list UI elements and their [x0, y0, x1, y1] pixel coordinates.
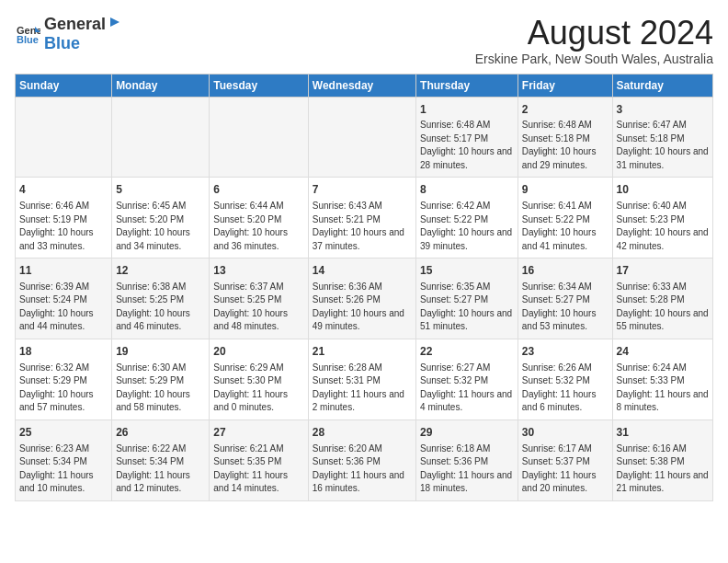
day-number: 12 — [116, 263, 205, 279]
cell-content: Sunrise: 6:29 AMSunset: 5:30 PMDaylight:… — [213, 362, 303, 415]
calendar-cell-19: 16Sunrise: 6:34 AMSunset: 5:27 PMDayligh… — [518, 259, 612, 339]
cell-content: Sunrise: 6:42 AMSunset: 5:22 PMDaylight:… — [420, 200, 514, 253]
calendar-table: SundayMondayTuesdayWednesdayThursdayFrid… — [15, 74, 713, 501]
cell-content: Sunrise: 6:37 AMSunset: 5:25 PMDaylight:… — [213, 281, 303, 334]
calendar-cell-11: 8Sunrise: 6:42 AMSunset: 5:22 PMDaylight… — [416, 178, 518, 259]
week-row-3: 11Sunrise: 6:39 AMSunset: 5:24 PMDayligh… — [16, 259, 713, 339]
calendar-cell-23: 20Sunrise: 6:29 AMSunset: 5:30 PMDayligh… — [210, 339, 308, 419]
cell-content: Sunrise: 6:32 AMSunset: 5:29 PMDaylight:… — [19, 362, 108, 415]
day-number: 31 — [617, 425, 709, 441]
day-number: 30 — [522, 425, 609, 441]
logo-text-general: General — [44, 15, 106, 34]
calendar-cell-16: 13Sunrise: 6:37 AMSunset: 5:25 PMDayligh… — [210, 259, 308, 339]
week-row-1: 1Sunrise: 6:48 AMSunset: 5:17 PMDaylight… — [16, 97, 713, 178]
calendar-cell-31: 28Sunrise: 6:20 AMSunset: 5:36 PMDayligh… — [308, 419, 415, 500]
cell-content: Sunrise: 6:45 AMSunset: 5:20 PMDaylight:… — [116, 200, 205, 253]
day-number: 9 — [522, 182, 609, 198]
week-row-5: 25Sunrise: 6:23 AMSunset: 5:34 PMDayligh… — [16, 419, 713, 500]
svg-text:Blue: Blue — [17, 34, 39, 45]
day-number: 23 — [522, 344, 609, 360]
calendar-cell-20: 17Sunrise: 6:33 AMSunset: 5:28 PMDayligh… — [612, 259, 712, 339]
cell-content: Sunrise: 6:20 AMSunset: 5:36 PMDaylight:… — [313, 442, 412, 496]
col-header-saturday: Saturday — [612, 74, 712, 97]
calendar-cell-12: 9Sunrise: 6:41 AMSunset: 5:22 PMDaylight… — [518, 178, 612, 259]
day-number: 8 — [420, 182, 514, 198]
header-row: SundayMondayTuesdayWednesdayThursdayFrid… — [16, 74, 713, 97]
calendar-cell-34: 31Sunrise: 6:16 AMSunset: 5:38 PMDayligh… — [612, 419, 712, 500]
day-number: 26 — [116, 425, 205, 441]
logo: General Blue General Blue — [15, 15, 122, 53]
cell-content: Sunrise: 6:47 AMSunset: 5:18 PMDaylight:… — [617, 119, 709, 172]
calendar-cell-22: 19Sunrise: 6:30 AMSunset: 5:29 PMDayligh… — [112, 339, 210, 419]
col-header-monday: Monday — [112, 74, 210, 97]
cell-content: Sunrise: 6:36 AMSunset: 5:26 PMDaylight:… — [313, 281, 412, 334]
cell-content: Sunrise: 6:41 AMSunset: 5:22 PMDaylight:… — [522, 200, 609, 253]
cell-content: Sunrise: 6:24 AMSunset: 5:33 PMDaylight:… — [617, 362, 709, 415]
col-header-sunday: Sunday — [16, 74, 112, 97]
day-number: 22 — [420, 344, 514, 360]
day-number: 6 — [213, 182, 303, 198]
title-area: August 2024 Erskine Park, New South Wale… — [475, 15, 713, 66]
calendar-cell-14: 11Sunrise: 6:39 AMSunset: 5:24 PMDayligh… — [16, 259, 112, 339]
calendar-cell-2 — [210, 97, 308, 178]
cell-content: Sunrise: 6:35 AMSunset: 5:27 PMDaylight:… — [420, 281, 514, 334]
calendar-cell-3 — [308, 97, 415, 178]
calendar-cell-21: 18Sunrise: 6:32 AMSunset: 5:29 PMDayligh… — [16, 339, 112, 419]
day-number: 27 — [213, 425, 303, 441]
cell-content: Sunrise: 6:33 AMSunset: 5:28 PMDaylight:… — [617, 281, 709, 334]
cell-content: Sunrise: 6:18 AMSunset: 5:36 PMDaylight:… — [420, 442, 514, 496]
cell-content: Sunrise: 6:46 AMSunset: 5:19 PMDaylight:… — [19, 200, 108, 253]
col-header-thursday: Thursday — [416, 74, 518, 97]
day-number: 4 — [19, 182, 108, 198]
day-number: 20 — [213, 344, 303, 360]
main-title: August 2024 — [475, 15, 713, 52]
cell-content: Sunrise: 6:28 AMSunset: 5:31 PMDaylight:… — [313, 362, 412, 415]
svg-marker-3 — [110, 17, 119, 27]
calendar-cell-33: 30Sunrise: 6:17 AMSunset: 5:37 PMDayligh… — [518, 419, 612, 500]
day-number: 14 — [313, 263, 412, 279]
day-number: 15 — [420, 263, 514, 279]
calendar-cell-9: 6Sunrise: 6:44 AMSunset: 5:20 PMDaylight… — [210, 178, 308, 259]
cell-content: Sunrise: 6:21 AMSunset: 5:35 PMDaylight:… — [213, 442, 303, 496]
cell-content: Sunrise: 6:44 AMSunset: 5:20 PMDaylight:… — [213, 200, 303, 253]
cell-content: Sunrise: 6:17 AMSunset: 5:37 PMDaylight:… — [522, 442, 609, 496]
day-number: 16 — [522, 263, 609, 279]
cell-content: Sunrise: 6:39 AMSunset: 5:24 PMDaylight:… — [19, 281, 108, 334]
cell-content: Sunrise: 6:30 AMSunset: 5:29 PMDaylight:… — [116, 362, 205, 415]
day-number: 5 — [116, 182, 205, 198]
calendar-cell-17: 14Sunrise: 6:36 AMSunset: 5:26 PMDayligh… — [308, 259, 415, 339]
day-number: 2 — [522, 102, 609, 118]
cell-content: Sunrise: 6:27 AMSunset: 5:32 PMDaylight:… — [420, 362, 514, 415]
logo-icon: General Blue — [15, 21, 40, 47]
calendar-cell-7: 4Sunrise: 6:46 AMSunset: 5:19 PMDaylight… — [16, 178, 112, 259]
calendar-cell-18: 15Sunrise: 6:35 AMSunset: 5:27 PMDayligh… — [416, 259, 518, 339]
logo-arrow-icon — [107, 15, 121, 29]
calendar-cell-26: 23Sunrise: 6:26 AMSunset: 5:32 PMDayligh… — [518, 339, 612, 419]
day-number: 10 — [617, 182, 709, 198]
week-row-2: 4Sunrise: 6:46 AMSunset: 5:19 PMDaylight… — [16, 178, 713, 259]
day-number: 18 — [19, 344, 108, 360]
logo-text-blue: Blue — [44, 34, 80, 52]
day-number: 24 — [617, 344, 709, 360]
calendar-cell-5: 2Sunrise: 6:48 AMSunset: 5:18 PMDaylight… — [518, 97, 612, 178]
day-number: 13 — [213, 263, 303, 279]
week-row-4: 18Sunrise: 6:32 AMSunset: 5:29 PMDayligh… — [16, 339, 713, 419]
calendar-cell-32: 29Sunrise: 6:18 AMSunset: 5:36 PMDayligh… — [416, 419, 518, 500]
calendar-cell-4: 1Sunrise: 6:48 AMSunset: 5:17 PMDaylight… — [416, 97, 518, 178]
cell-content: Sunrise: 6:16 AMSunset: 5:38 PMDaylight:… — [617, 442, 709, 496]
calendar-cell-29: 26Sunrise: 6:22 AMSunset: 5:34 PMDayligh… — [112, 419, 210, 500]
cell-content: Sunrise: 6:23 AMSunset: 5:34 PMDaylight:… — [19, 442, 108, 496]
day-number: 7 — [313, 182, 412, 198]
calendar-cell-0 — [16, 97, 112, 178]
calendar-cell-15: 12Sunrise: 6:38 AMSunset: 5:25 PMDayligh… — [112, 259, 210, 339]
col-header-tuesday: Tuesday — [210, 74, 308, 97]
day-number: 25 — [19, 425, 108, 441]
subtitle: Erskine Park, New South Wales, Australia — [475, 52, 713, 66]
calendar-cell-6: 3Sunrise: 6:47 AMSunset: 5:18 PMDaylight… — [612, 97, 712, 178]
day-number: 3 — [617, 102, 709, 118]
day-number: 21 — [313, 344, 412, 360]
cell-content: Sunrise: 6:43 AMSunset: 5:21 PMDaylight:… — [313, 200, 412, 253]
day-number: 17 — [617, 263, 709, 279]
day-number: 1 — [420, 102, 514, 118]
calendar-cell-10: 7Sunrise: 6:43 AMSunset: 5:21 PMDaylight… — [308, 178, 415, 259]
